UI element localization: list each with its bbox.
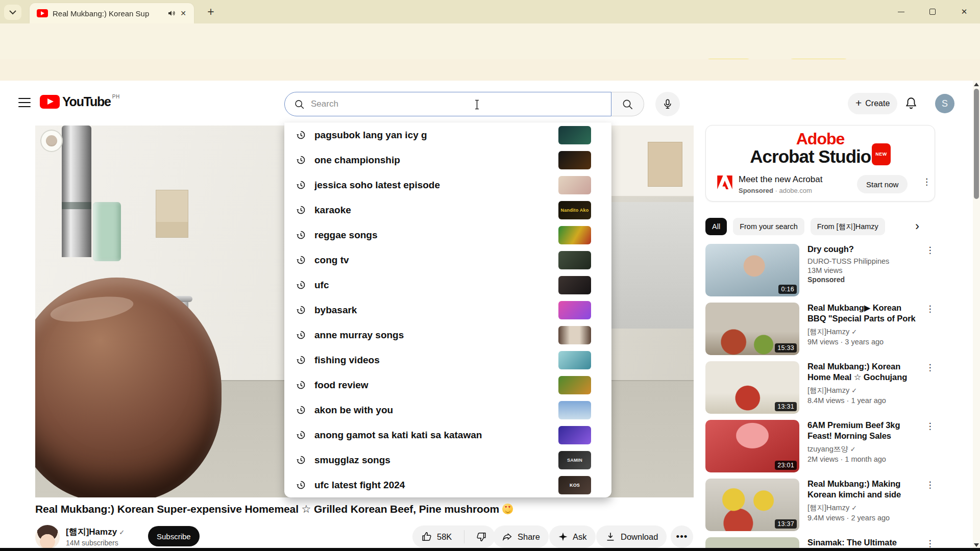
history-clock-icon xyxy=(296,180,306,190)
suggestion-thumbnail xyxy=(558,226,591,244)
related-video-item[interactable]: 0:16Dry cough?DURO-TUSS Philippines13M v… xyxy=(705,244,935,296)
suggestion-item[interactable]: bybasark xyxy=(284,297,611,322)
suggestion-item[interactable]: cong tv xyxy=(284,247,611,272)
suggestion-thumbnail xyxy=(558,376,591,394)
download-button[interactable]: Download xyxy=(596,525,667,548)
voice-search-button[interactable] xyxy=(655,92,680,116)
suggestion-thumbnail xyxy=(558,301,591,319)
browser-tab[interactable]: Real Mukbang:) Korean Sup ✕ xyxy=(30,3,194,23)
suggestion-item[interactable]: reggae songs xyxy=(284,222,611,247)
suggestion-item[interactable]: jessica soho latest episode xyxy=(284,172,611,197)
history-clock-icon xyxy=(296,455,306,465)
related-video-item[interactable]: 13:37Real Mukbang:) Making Korean kimchi… xyxy=(705,479,935,531)
tab-search-button[interactable] xyxy=(4,5,21,20)
like-button[interactable]: 58K xyxy=(412,525,459,548)
video-duration-badge: 13:37 xyxy=(775,519,797,529)
browser-window: Real Mukbang:) Korean Sup ✕ + ✕ youtube.… xyxy=(0,0,980,551)
suggestion-label: pagsubok lang yan icy g xyxy=(314,130,550,141)
chips-forward-icon[interactable]: › xyxy=(915,219,919,233)
related-video-item[interactable]: 23:016AM Premium Beef 3kg Feast! Morning… xyxy=(705,420,935,472)
channel-watermark[interactable] xyxy=(40,130,63,152)
suggestion-item[interactable]: pagsubok lang yan icy g xyxy=(284,122,611,147)
filter-chip[interactable]: From your search xyxy=(733,218,804,235)
ask-button[interactable]: Ask xyxy=(549,525,596,548)
search-input[interactable] xyxy=(311,99,611,109)
suggestion-label: jessica soho latest episode xyxy=(314,180,550,191)
ad-card[interactable]: Adobe Acrobat StudioNEW Meet the new Acr… xyxy=(705,125,935,202)
tab-close-button[interactable]: ✕ xyxy=(178,8,189,19)
share-button[interactable]: Share xyxy=(493,525,549,548)
channel-avatar[interactable] xyxy=(35,525,60,549)
history-clock-icon xyxy=(296,430,306,440)
filter-chip[interactable]: From [햄지]Hamzy xyxy=(811,218,885,235)
related-video-channel: tzuyang쯔양✓ xyxy=(807,444,919,454)
suggestion-label: bybasark xyxy=(314,305,550,316)
suggestion-item[interactable]: food review xyxy=(284,372,611,397)
channel-name[interactable]: [햄지]Hamzy✓ xyxy=(66,526,125,538)
related-video-item[interactable]: 13:31Real Mukbang:) Korean Home Meal ☆ G… xyxy=(705,361,935,414)
scrollbar-up-icon[interactable] xyxy=(974,83,979,86)
suggestion-item[interactable]: anong gamot sa kati kati sa katawan xyxy=(284,422,611,447)
more-options-icon[interactable]: ⋮ xyxy=(925,421,935,432)
player-scene-box xyxy=(648,142,682,187)
scrollbar-down-icon[interactable] xyxy=(974,543,979,547)
suggestion-item[interactable]: one championship xyxy=(284,147,611,172)
suggestion-item[interactable]: akon be with you xyxy=(284,397,611,422)
youtube-profile-avatar[interactable]: S xyxy=(935,94,954,113)
suggestion-item[interactable]: ufc xyxy=(284,272,611,297)
suggestion-item[interactable]: karaokeNandito Ako xyxy=(284,197,611,222)
tab-audio-icon[interactable] xyxy=(167,9,176,17)
like-count: 58K xyxy=(437,532,452,542)
player-scene-wall xyxy=(609,202,694,329)
ad-options-icon[interactable]: ⋮ xyxy=(922,177,931,187)
suggestion-thumbnail: KOS xyxy=(558,476,591,494)
youtube-favicon-icon xyxy=(37,9,48,17)
more-options-icon[interactable]: ⋮ xyxy=(925,304,935,314)
chevron-down-icon xyxy=(9,10,16,15)
notifications-bell-icon[interactable] xyxy=(904,96,918,110)
more-options-icon[interactable]: ⋮ xyxy=(925,245,935,256)
video-duration-badge: 15:33 xyxy=(775,343,797,353)
minimize-button[interactable] xyxy=(885,0,917,23)
related-video-title: Dry cough? xyxy=(807,244,919,255)
filter-chip[interactable]: All xyxy=(705,218,727,235)
related-video-meta: 8.4M views · 1 year ago xyxy=(807,396,919,405)
related-videos-list: 0:16Dry cough?DURO-TUSS Philippines13M v… xyxy=(705,244,935,551)
tab-title: Real Mukbang:) Korean Sup xyxy=(53,9,165,18)
menu-hamburger-icon[interactable] xyxy=(18,98,31,107)
search-suggestions: pagsubok lang yan icy gone championshipj… xyxy=(284,122,611,497)
page-scrollbar[interactable] xyxy=(973,81,980,551)
suggestion-item[interactable]: anne murray songs xyxy=(284,322,611,347)
history-clock-icon xyxy=(296,155,306,165)
more-options-icon[interactable]: ⋮ xyxy=(925,538,935,549)
maximize-button[interactable] xyxy=(917,0,948,23)
new-tab-button[interactable]: + xyxy=(203,4,218,19)
close-window-button[interactable]: ✕ xyxy=(948,0,980,23)
related-video-item[interactable]: 15:33Real Mukbang▶ Korean BBQ "Special P… xyxy=(705,303,935,355)
search-button[interactable] xyxy=(611,92,644,116)
suggestion-item[interactable]: fishing videos xyxy=(284,347,611,372)
suggestion-item[interactable]: smugglaz songsSAMIN xyxy=(284,447,611,472)
scrollbar-thumb[interactable] xyxy=(974,89,979,199)
related-video-thumbnail: 0:16 xyxy=(705,244,799,296)
ad-headline: Meet the new Acrobat xyxy=(739,174,822,185)
suggestion-item[interactable]: ufc latest fight 2024KOS xyxy=(284,472,611,497)
adobe-logo-icon xyxy=(717,176,732,189)
related-video-channel: DURO-TUSS Philippines xyxy=(807,257,919,265)
ad-cta-button[interactable]: Start now xyxy=(857,175,908,193)
search-box[interactable] xyxy=(284,92,611,116)
suggestion-label: anong gamot sa kati kati sa katawan xyxy=(314,430,550,441)
video-duration-badge: 23:01 xyxy=(775,461,797,470)
filter-chips: AllFrom your searchFrom [햄지]Hamzy xyxy=(705,218,935,235)
related-video-title: Real Mukbang:) Making Korean kimchi and … xyxy=(807,479,919,500)
suggestion-label: fishing videos xyxy=(314,355,550,366)
more-options-icon[interactable]: ⋮ xyxy=(925,362,935,373)
create-button[interactable]: + Create xyxy=(848,93,897,114)
more-actions-button[interactable]: ••• xyxy=(671,525,693,548)
dislike-button[interactable] xyxy=(469,525,495,548)
subscribe-button[interactable]: Subscribe xyxy=(148,526,200,546)
ad-brand: Adobe xyxy=(706,131,935,147)
more-options-icon[interactable]: ⋮ xyxy=(925,480,935,490)
youtube-logo[interactable]: YouTube PH xyxy=(40,94,120,109)
share-icon xyxy=(502,531,513,542)
